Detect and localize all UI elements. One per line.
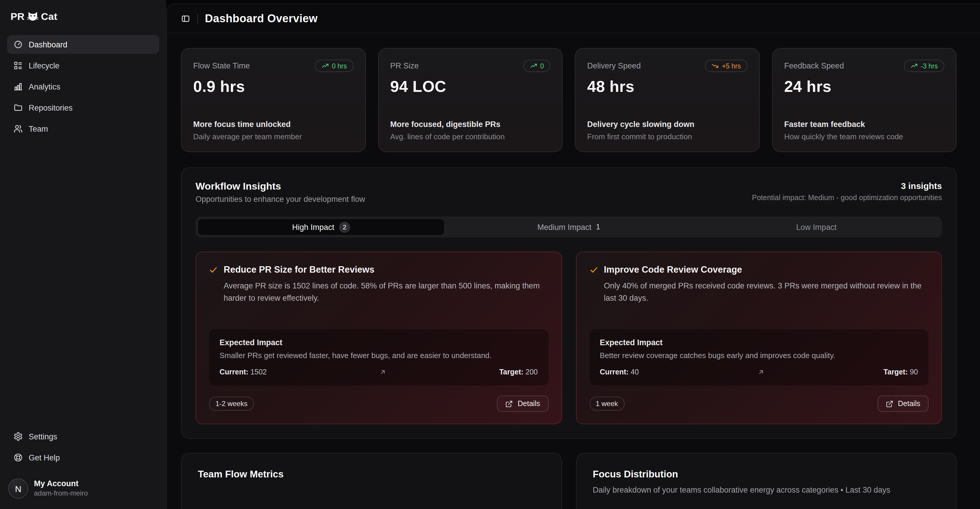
expected-impact-box: Expected Impact Smaller PRs get reviewed… [209, 330, 548, 385]
target-value: Target: 90 [883, 368, 918, 376]
external-link-icon [506, 400, 513, 408]
insight-card-improve-review-coverage: Improve Code Review Coverage Only 40% of… [576, 252, 942, 424]
details-button[interactable]: Details [878, 395, 929, 412]
sidebar-item-label: Settings [29, 432, 57, 441]
sidebar-item-label: Team [29, 124, 48, 133]
brand-prefix: PR [11, 11, 25, 23]
metric-headline: More focus time unlocked [193, 120, 353, 129]
sidebar-item-label: Lifecycle [29, 61, 59, 70]
bar-chart-icon [13, 82, 23, 91]
metric-card-flow-state-time: Flow State Time 0 hrs 0.9 hrs More focus… [181, 48, 366, 152]
sidebar-toggle-icon[interactable] [181, 14, 190, 23]
check-icon [209, 265, 218, 274]
layout-list-icon [13, 61, 23, 70]
metric-label: Feedback Speed [784, 62, 844, 70]
users-icon [13, 124, 23, 133]
current-value: Current: 1502 [220, 368, 267, 376]
bottom-cards-row: Team Flow Metrics Focus Distribution Dai… [181, 453, 956, 509]
sidebar-nav: Dashboard Lifecycle Analytics Reposi [7, 35, 159, 138]
trend-value: +5 hrs [722, 62, 741, 69]
card-title: Team Flow Metrics [198, 469, 545, 480]
sidebar-item-label: Dashboard [29, 40, 67, 49]
arrow-up-right-icon [379, 369, 387, 376]
sidebar-item-analytics[interactable]: Analytics [7, 77, 159, 96]
target-label: Target: [883, 368, 908, 376]
metric-card-feedback-speed: Feedback Speed -3 hrs 24 hrs Faster team… [772, 48, 956, 152]
insight-card-reduce-pr-size: Reduce PR Size for Better Reviews Averag… [196, 252, 562, 424]
sidebar-item-dashboard[interactable]: Dashboard [7, 35, 159, 54]
sidebar-item-repositories[interactable]: Repositories [7, 98, 159, 117]
sidebar-item-team[interactable]: Team [7, 119, 159, 138]
workflow-insights-panel: Workflow Insights Opportunities to enhan… [181, 167, 956, 439]
metric-card-delivery-speed: Delivery Speed +5 hrs 48 hrs Delivery cy… [575, 48, 760, 152]
expected-impact-text: Smaller PRs get reviewed faster, have fe… [220, 351, 538, 360]
tab-high-impact[interactable]: High Impact 2 [197, 218, 445, 236]
folder-icon [13, 103, 23, 113]
insights-impact-note: Potential impact: Medium - good optimiza… [752, 193, 942, 202]
main-panel: Dashboard Overview Flow State Time 0 hrs [166, 3, 980, 509]
metric-label: Flow State Time [193, 62, 250, 70]
expected-impact-box: Expected Impact Better review coverage c… [589, 330, 929, 385]
expected-impact-heading: Expected Impact [220, 338, 538, 347]
check-icon [589, 265, 598, 274]
insight-title: Reduce PR Size for Better Reviews [224, 265, 374, 275]
tab-medium-impact[interactable]: Medium Impact 1 [445, 218, 692, 236]
target-value: Target: 200 [499, 368, 538, 376]
tab-low-impact[interactable]: Low Impact [692, 218, 940, 236]
sidebar-item-settings[interactable]: Settings [7, 427, 159, 446]
metric-headline: Faster team feedback [784, 120, 944, 129]
metric-label: PR Size [390, 62, 419, 70]
external-link-icon [886, 400, 893, 408]
details-label: Details [518, 400, 540, 408]
metric-cards-row: Flow State Time 0 hrs 0.9 hrs More focus… [181, 48, 956, 152]
trending-down-icon [711, 62, 719, 70]
insights-subtitle: Opportunities to enhance your developmen… [196, 195, 365, 204]
metric-subtext: How quickly the team reviews code [784, 132, 944, 141]
content: Flow State Time 0 hrs 0.9 hrs More focus… [167, 33, 980, 509]
sidebar-item-lifecycle[interactable]: Lifecycle [7, 56, 159, 75]
trend-value: -3 hrs [921, 62, 938, 69]
insight-title: Improve Code Review Coverage [604, 265, 742, 275]
metric-value: 48 hrs [587, 78, 747, 96]
focus-distribution-card: Focus Distribution Daily breakdown of yo… [576, 453, 956, 509]
insight-description: Average PR size is 1502 lines of code. 5… [224, 280, 548, 305]
app-root: PR Cat Dashboard Lifecycle [0, 0, 980, 509]
team-flow-metrics-card: Team Flow Metrics [181, 453, 562, 509]
brand-suffix: Cat [41, 11, 57, 23]
metric-subtext: Daily average per team member [193, 132, 353, 141]
account-menu[interactable]: N My Account adam-from-meiro [7, 476, 159, 501]
cat-icon [26, 11, 39, 24]
account-username: adam-from-meiro [34, 489, 88, 498]
account-name: My Account [34, 479, 88, 489]
impact-tabs: High Impact 2 Medium Impact 1 Low Impact [196, 216, 942, 238]
tab-label: High Impact [292, 223, 334, 232]
sidebar-footer: Settings Get Help N My Account adam-from… [7, 427, 159, 501]
insights-title: Workflow Insights [196, 181, 365, 192]
trend-badge: +5 hrs [705, 60, 747, 72]
trend-badge: -3 hrs [904, 60, 944, 72]
life-buoy-icon [13, 453, 23, 462]
metric-value: 24 hrs [784, 78, 944, 96]
target-label: Target: [499, 368, 523, 376]
tab-label: Low Impact [796, 223, 837, 232]
gear-icon [13, 432, 23, 441]
current-label: Current: [600, 368, 629, 376]
expected-impact-text: Better review coverage catches bugs earl… [600, 351, 918, 360]
trending-up-icon [910, 62, 918, 70]
arrow-up-right-icon [757, 369, 765, 376]
sidebar-item-label: Get Help [29, 453, 60, 462]
sidebar-item-get-help[interactable]: Get Help [7, 448, 159, 467]
card-subtitle: Daily breakdown of your teams collaborat… [593, 485, 940, 495]
details-label: Details [898, 400, 920, 408]
timeframe-badge: 1-2 weeks [209, 396, 254, 411]
trend-value: 0 [540, 62, 544, 69]
insight-cards-row: Reduce PR Size for Better Reviews Averag… [196, 252, 942, 424]
metric-value: 94 LOC [390, 78, 550, 96]
trend-value: 0 hrs [332, 62, 347, 69]
trending-up-icon [321, 62, 329, 70]
details-button[interactable]: Details [497, 395, 548, 412]
metric-headline: More focused, digestible PRs [390, 120, 550, 129]
brand-logo: PR Cat [7, 8, 159, 25]
metric-subtext: From first commit to production [587, 132, 747, 141]
gauge-icon [13, 40, 23, 49]
